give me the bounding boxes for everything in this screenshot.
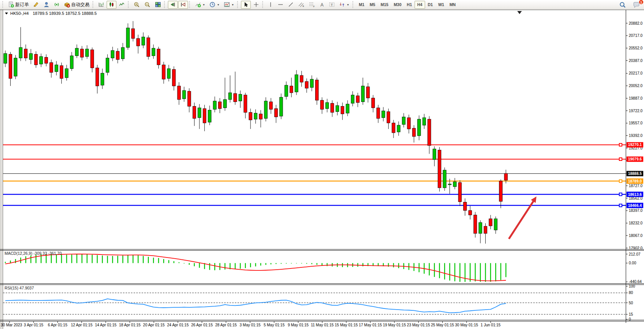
price-chip-label: 18466.4: [628, 203, 642, 208]
timeframe-button-H4[interactable]: H4: [414, 1, 425, 9]
svg-text:F: F: [313, 5, 315, 8]
toolbar-grip[interactable]: [92, 1, 94, 8]
timeframe-button-W1[interactable]: W1: [435, 1, 447, 9]
date-label: 3 Apr 01:15: [24, 323, 44, 327]
chevron-down-icon: ▼: [202, 3, 205, 6]
price-tick-label: 20052.0: [629, 84, 643, 88]
toolbar-grip[interactable]: [164, 1, 166, 8]
date-label: 1 Jun 01:15: [481, 323, 501, 327]
shapes-button[interactable]: ▼: [337, 1, 351, 9]
auto-trading-label: 自动交易: [71, 2, 89, 8]
date-label: 5 May 01:15: [264, 323, 285, 327]
chevron-down-icon: ▼: [347, 3, 349, 6]
timeframe-button-M1[interactable]: M1: [356, 1, 367, 9]
rsi-scale-label: 15: [629, 312, 633, 316]
candlestick-icon: [108, 2, 115, 8]
toolbar-grip[interactable]: [237, 1, 239, 8]
candlestick-button[interactable]: [107, 1, 116, 9]
price-tick-label: 19887.0: [629, 96, 643, 100]
zoom-out-button[interactable]: [142, 1, 153, 9]
horizontal-line-button[interactable]: [276, 1, 285, 9]
timeframe-button-M30[interactable]: M30: [391, 1, 404, 9]
toolbar-grip[interactable]: [2, 1, 4, 8]
price-tick-label: 19557.0: [629, 121, 643, 125]
svg-text:E: E: [303, 5, 304, 7]
window-left-frame: [0, 10, 3, 329]
date-label: 18 Apr 01:15: [119, 323, 141, 327]
rsi-label: RSI(15) 47.9037: [5, 286, 34, 290]
timeframe-group: M1M5M15M30H1H4D1W1MN: [356, 1, 458, 9]
rsi-scale-label: 100: [629, 284, 635, 288]
bar-chart-icon: [98, 2, 104, 8]
templates-button[interactable]: ▼: [222, 1, 236, 9]
signal-button[interactable]: [52, 1, 62, 9]
macd-scale-label: -440.64: [629, 280, 642, 284]
price-tick-label: 17902.0: [629, 246, 643, 250]
text-icon: A: [319, 2, 325, 8]
periods-button[interactable]: ▼: [207, 1, 222, 9]
price-tick-label: 19722.0: [629, 109, 643, 113]
trader-icon: [43, 2, 49, 8]
signal-icon: [54, 2, 60, 8]
auto-trading-button[interactable]: 自动交易: [62, 1, 91, 9]
vertical-line-button[interactable]: [266, 1, 275, 9]
line-chart-button[interactable]: [117, 1, 127, 9]
price-tick-label: 19392.0: [629, 134, 643, 138]
chart-shift-button[interactable]: [178, 1, 188, 9]
text-label-button[interactable]: T: [327, 1, 337, 9]
chart-window: 20882.020717.020552.020387.020217.020052…: [0, 10, 644, 329]
price-tick-label: 20552.0: [629, 46, 643, 50]
new-order-button[interactable]: 新订单: [6, 1, 31, 9]
date-label: 30 May 01:15: [455, 323, 478, 327]
bar-chart-button[interactable]: [96, 1, 106, 9]
crosshair-button[interactable]: [251, 1, 261, 9]
channel-button[interactable]: E: [296, 1, 306, 9]
channel-icon: E: [298, 2, 304, 8]
date-label: 12 Apr 01:15: [71, 323, 92, 327]
date-label: 14 Apr 01:15: [95, 323, 116, 327]
autoscroll-icon: [170, 2, 176, 8]
date-label: 15 May 01:15: [335, 323, 358, 327]
toolbar-grip[interactable]: [262, 1, 264, 8]
toolbar-grip[interactable]: [128, 1, 130, 8]
rsi-plot-area[interactable]: [3, 284, 626, 320]
hline-icon: [277, 2, 284, 8]
price-tick-label: 18232.0: [629, 221, 643, 225]
cursor-button[interactable]: [241, 1, 251, 9]
period-icon: [209, 2, 215, 8]
macd-scale-label: 212.07: [629, 252, 641, 256]
date-label: 25 May 01:15: [431, 323, 454, 327]
notifications-button[interactable]: 1: [631, 1, 642, 9]
indicators-icon: [195, 2, 201, 8]
timeframe-button-H1[interactable]: H1: [404, 1, 414, 9]
chart-plot-area[interactable]: [3, 10, 626, 249]
svg-text:A: A: [320, 2, 324, 8]
toolbar-grip[interactable]: [352, 1, 354, 8]
text-button[interactable]: A: [317, 1, 327, 9]
fibonacci-button[interactable]: F: [307, 1, 317, 9]
tile-windows-button[interactable]: [153, 1, 163, 9]
toolbar-grip[interactable]: [189, 1, 191, 8]
gold-seal-button[interactable]: [31, 1, 41, 9]
shapes-icon: [339, 2, 345, 8]
macd-scale-label: 0.00: [629, 261, 636, 265]
trader-button[interactable]: [41, 1, 51, 9]
trendline-button[interactable]: [286, 1, 296, 9]
auto-trading-icon: [64, 2, 70, 8]
timeframe-button-D1[interactable]: D1: [425, 1, 435, 9]
autoscroll-button[interactable]: [168, 1, 178, 9]
date-label: 28 Apr 01:15: [215, 323, 237, 327]
rsi-scale-label: 80: [629, 291, 633, 295]
macd-plot-area[interactable]: [3, 250, 626, 283]
chart-title-symbol: HK50-,H4: [10, 11, 29, 16]
label-icon: T: [329, 2, 335, 8]
date-label: 3 May 01:15: [239, 323, 260, 327]
search-button[interactable]: [617, 1, 628, 9]
indicators-button[interactable]: ▼: [193, 1, 207, 9]
zoom-in-button[interactable]: [132, 1, 142, 9]
price-tick-label: 20717.0: [629, 33, 643, 38]
timeframe-button-M15[interactable]: M15: [378, 1, 391, 9]
timeframe-button-MN[interactable]: MN: [447, 1, 458, 9]
macd-label: MACD(12,26,9) -309.33 -361.70: [5, 251, 62, 256]
timeframe-button-M5[interactable]: M5: [367, 1, 378, 9]
